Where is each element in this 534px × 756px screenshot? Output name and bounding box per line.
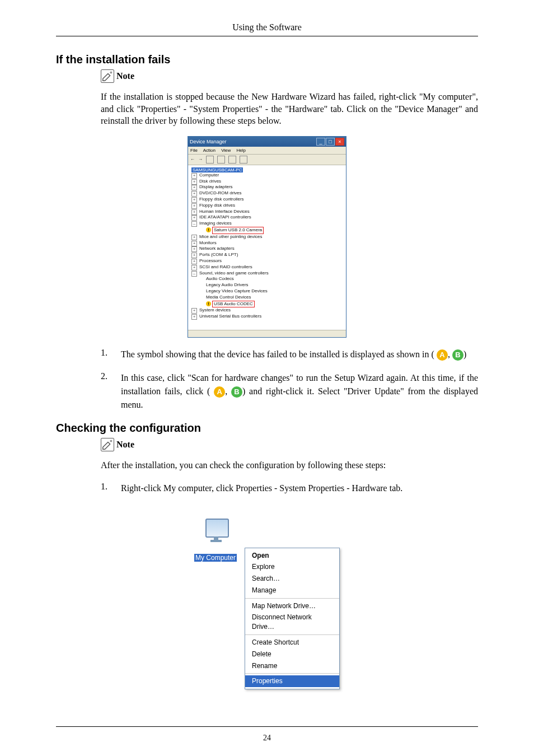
tree-svg-c[interactable]: Legacy Video Capture Devices <box>191 288 343 295</box>
note-pencil-icon <box>101 438 114 451</box>
menu-item-delete[interactable]: Delete <box>245 648 339 660</box>
highlight-saturn: Saturn USB 2.0 Camera <box>212 227 264 234</box>
maximize-icon[interactable]: □ <box>326 138 335 146</box>
toolbar-back-icon[interactable]: ← <box>190 157 195 162</box>
devmgr-title: Device Manager <box>190 139 227 144</box>
numbered-list-2: 1. Right-click My computer, click Proper… <box>101 482 478 495</box>
menu-action[interactable]: Action <box>203 148 216 153</box>
list-text: Right-click My computer, click Propertie… <box>121 482 478 495</box>
menu-item-manage[interactable]: Manage <box>245 585 339 596</box>
menu-item-explore[interactable]: Explore <box>245 561 339 573</box>
tree-svg-d[interactable]: Media Control Devices <box>191 295 343 301</box>
menu-item-open[interactable]: Open <box>245 550 339 562</box>
devmgr-menubar[interactable]: File Action View Help <box>188 147 346 155</box>
heading-install-fails: If the installation fails <box>56 53 478 66</box>
menu-item-map[interactable]: Map Network Drive… <box>245 600 339 612</box>
tree-svg-e[interactable]: !USB Audio CODEC <box>191 301 343 308</box>
tree-dvd[interactable]: +DVD/CD-ROM drives <box>191 190 343 197</box>
bottom-rule <box>56 726 478 727</box>
tree-computer[interactable]: +Computer <box>191 172 343 179</box>
toolbar-btn-1[interactable] <box>206 156 214 164</box>
note-label: Note <box>116 71 134 81</box>
toolbar-btn-3[interactable] <box>228 156 236 164</box>
menu-help[interactable]: Help <box>237 148 246 153</box>
tree-ide[interactable]: +IDE ATA/ATAPI controllers <box>191 214 343 221</box>
tree-floppy-drv[interactable]: +Floppy disk drives <box>191 203 343 209</box>
list-item: 2. In this case, click "Scan for hardwar… <box>101 371 478 412</box>
tree-ports[interactable]: +Ports (COM & LPT) <box>191 252 343 258</box>
devmgr-toolbar[interactable]: ← → <box>188 155 346 165</box>
badge-b-icon: B <box>452 349 463 361</box>
tree-usb[interactable]: +Universal Serial Bus controllers <box>191 314 343 320</box>
menu-item-disconnect[interactable]: Disconnect Network Drive… <box>245 612 339 633</box>
my-computer-icon[interactable] <box>198 516 233 552</box>
tree-network[interactable]: +Network adapters <box>191 246 343 252</box>
list-number: 1. <box>101 348 121 361</box>
expand-icon[interactable]: + <box>191 173 197 179</box>
tree-svg[interactable]: –Sound, video and game controllers <box>191 270 343 277</box>
intro-paragraph-2: After the installation, you can check th… <box>101 459 478 472</box>
badge-a-icon: A <box>214 386 225 398</box>
tree-svg-a[interactable]: Audio Codecs <box>191 276 343 282</box>
menu-item-properties[interactable]: Properties <box>245 675 339 687</box>
warning-icon: ! <box>206 301 211 306</box>
devmgr-tree[interactable]: SAMSUNGUSBCAM-PC +Computer +Disk drives … <box>188 165 346 330</box>
devmgr-titlebar: Device Manager _□× <box>188 137 346 147</box>
my-computer-label[interactable]: My Computer <box>194 554 237 562</box>
warning-icon: ! <box>206 227 211 232</box>
list-text: , <box>448 349 452 359</box>
tree-system[interactable]: +System devices <box>191 307 343 314</box>
minimize-icon[interactable]: _ <box>316 138 325 146</box>
close-icon[interactable]: × <box>335 138 344 146</box>
menu-item-search[interactable]: Search… <box>245 573 339 585</box>
list-item: 1. Right-click My computer, click Proper… <box>101 482 478 495</box>
tree-disk[interactable]: +Disk drives <box>191 179 343 185</box>
list-number: 2. <box>101 371 121 412</box>
menu-item-rename[interactable]: Rename <box>245 660 339 672</box>
tree-monitors[interactable]: +Monitors <box>191 240 343 246</box>
tree-scsi[interactable]: +SCSI and RAID controllers <box>191 264 343 270</box>
my-computer-context: My Computer Open Explore Search… Manage … <box>194 516 340 562</box>
tree-svg-b[interactable]: Legacy Audio Drivers <box>191 282 343 288</box>
list-number: 1. <box>101 482 121 495</box>
tree-display[interactable]: +Display adapters <box>191 184 343 190</box>
tree-imaging-item[interactable]: !Saturn USB 2.0 Camera <box>191 227 343 234</box>
intro-paragraph-1: If the installation is stopped because t… <box>101 91 478 127</box>
tree-floppy-ctrl[interactable]: +Floppy disk controllers <box>191 197 343 203</box>
note-callout-2: Note <box>101 438 478 451</box>
highlight-usbaudio: USB Audio CODEC <box>212 301 255 308</box>
tree-root[interactable]: SAMSUNGUSBCAM-PC <box>191 167 243 172</box>
note-callout-1: Note <box>101 69 478 83</box>
page-number: 24 <box>0 734 534 743</box>
svg-point-1 <box>110 440 112 442</box>
svg-point-0 <box>110 72 112 74</box>
window-buttons[interactable]: _□× <box>316 138 344 146</box>
list-text: ) <box>463 349 466 359</box>
tree-hid[interactable]: +Human Interface Devices <box>191 209 343 215</box>
list-text: , <box>225 386 231 396</box>
devmgr-statusbar <box>188 330 346 337</box>
context-menu[interactable]: Open Explore Search… Manage Map Network … <box>245 548 340 690</box>
toolbar-btn-2[interactable] <box>217 156 225 164</box>
toolbar-btn-4[interactable] <box>240 156 247 164</box>
numbered-list-1: 1. The symbol showing that the device ha… <box>101 348 478 412</box>
list-text: The symbol showing that the device has f… <box>121 349 434 359</box>
list-item: 1. The symbol showing that the device ha… <box>101 348 478 361</box>
badge-b-icon: B <box>231 386 242 398</box>
tree-imaging[interactable]: –Imaging devices <box>191 221 343 227</box>
heading-checking-config: Checking the configuration <box>56 422 478 435</box>
tree-processors[interactable]: +Processors <box>191 258 343 264</box>
top-rule <box>56 36 478 36</box>
tree-mice[interactable]: +Mice and other pointing devices <box>191 234 343 240</box>
badge-a-icon: A <box>437 349 448 361</box>
note-label: Note <box>116 440 134 450</box>
menu-file[interactable]: File <box>190 148 198 153</box>
device-manager-window: Device Manager _□× File Action View Help… <box>188 136 346 338</box>
note-pencil-icon <box>101 69 114 83</box>
menu-item-shortcut[interactable]: Create Shortcut <box>245 637 339 648</box>
toolbar-fwd-icon[interactable]: → <box>198 157 203 162</box>
menu-view[interactable]: View <box>221 148 231 153</box>
running-header: Using the Software <box>56 22 478 32</box>
